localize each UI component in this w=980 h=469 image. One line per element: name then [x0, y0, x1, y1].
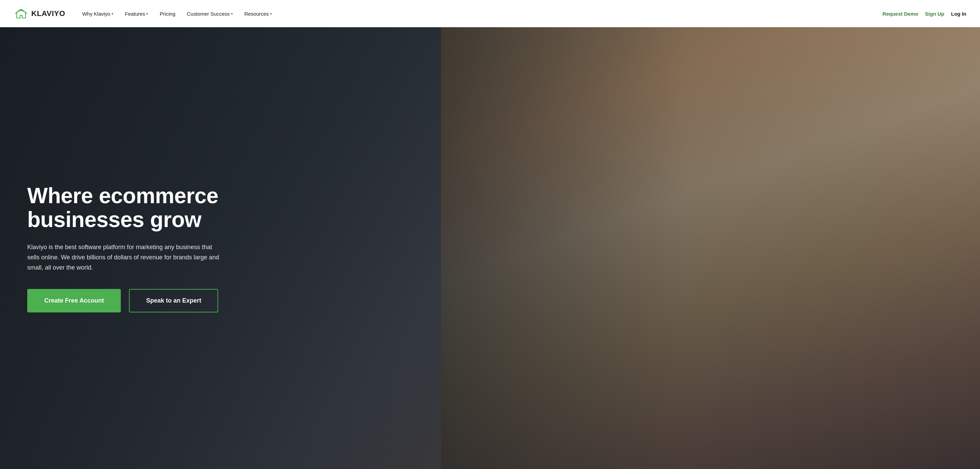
nav-link-why-klaviyo[interactable]: Why Klaviyo ▾ — [78, 8, 118, 19]
chevron-down-icon: ▾ — [146, 12, 148, 16]
nav-link-pricing-label: Pricing — [159, 11, 175, 17]
chevron-down-icon: ▾ — [231, 12, 233, 16]
chevron-down-icon: ▾ — [270, 12, 272, 16]
hero-subtitle: Klaviyo is the best software platform fo… — [27, 242, 224, 273]
klaviyo-logo-icon — [14, 8, 29, 19]
nav-link-features[interactable]: Features ▾ — [120, 8, 153, 19]
nav-link-resources[interactable]: Resources ▾ — [240, 8, 277, 19]
logo-link[interactable]: KLAVIYO — [14, 8, 65, 19]
nav-link-resources-label: Resources — [244, 11, 269, 17]
nav-links: Why Klaviyo ▾ Features ▾ Pricing Custome… — [78, 8, 883, 19]
main-nav: KLAVIYO Why Klaviyo ▾ Features ▾ Pricing… — [0, 0, 980, 27]
nav-link-pricing[interactable]: Pricing — [155, 8, 180, 19]
request-demo-link[interactable]: Request Demo — [882, 11, 918, 17]
nav-link-customer-success[interactable]: Customer Success ▾ — [182, 8, 237, 19]
hero-title: Where ecommerce businesses grow — [27, 184, 231, 232]
log-in-link[interactable]: Log In — [951, 11, 966, 17]
nav-link-features-label: Features — [125, 11, 145, 17]
sign-up-link[interactable]: Sign Up — [925, 11, 944, 17]
hero-cta-buttons: Create Free Account Speak to an Expert — [27, 289, 231, 312]
hero-content: Where ecommerce businesses grow Klaviyo … — [0, 184, 259, 313]
create-free-account-button[interactable]: Create Free Account — [27, 289, 121, 312]
nav-link-why-klaviyo-label: Why Klaviyo — [82, 11, 111, 17]
logo-text: KLAVIYO — [31, 9, 65, 18]
chevron-down-icon: ▾ — [111, 12, 113, 16]
nav-link-customer-success-label: Customer Success — [187, 11, 230, 17]
hero-section: Where ecommerce businesses grow Klaviyo … — [0, 27, 980, 469]
nav-actions: Request Demo Sign Up Log In — [882, 11, 966, 17]
speak-to-expert-button[interactable]: Speak to an Expert — [129, 289, 218, 312]
